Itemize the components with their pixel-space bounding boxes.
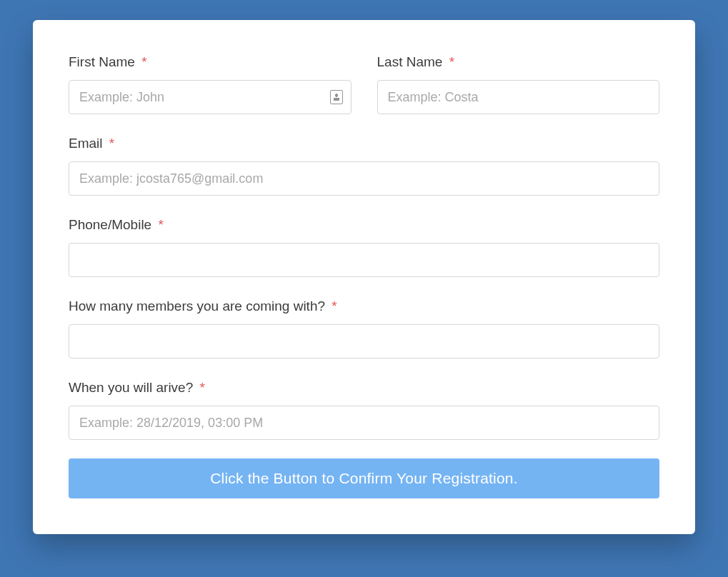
phone-label-text: Phone/Mobile (69, 217, 151, 232)
members-field: How many members you are coming with? * (69, 298, 659, 358)
required-asterisk: * (449, 54, 454, 69)
members-label-text: How many members you are coming with? (69, 298, 325, 313)
last-name-input[interactable] (377, 80, 660, 114)
first-name-input-wrap (69, 80, 351, 114)
phone-input[interactable] (69, 243, 659, 277)
first-name-field: First Name * (69, 54, 351, 114)
first-name-input[interactable] (69, 80, 351, 114)
required-asterisk: * (141, 54, 146, 69)
last-name-field: Last Name * (377, 54, 660, 117)
name-row: First Name * Last Name * (69, 54, 659, 136)
members-label: How many members you are coming with? * (69, 298, 659, 314)
email-label: Email * (69, 136, 659, 151)
required-asterisk: * (331, 298, 336, 313)
required-asterisk: * (158, 217, 163, 232)
email-input[interactable] (69, 161, 659, 196)
last-name-label-text: Last Name (377, 54, 443, 69)
members-input-wrap (69, 324, 659, 358)
first-name-label-text: First Name (69, 54, 135, 69)
phone-field: Phone/Mobile * (69, 217, 659, 277)
required-asterisk: * (109, 136, 114, 151)
arrival-input[interactable] (69, 406, 659, 440)
registration-card: First Name * Last Name * Email * (33, 20, 695, 534)
email-label-text: Email (69, 136, 103, 151)
arrival-label: When you will arive? * (69, 380, 659, 396)
phone-input-wrap (69, 243, 659, 277)
arrival-field: When you will arive? * (69, 380, 659, 440)
confirm-registration-button[interactable]: Click the Button to Confirm Your Registr… (69, 458, 659, 498)
arrival-input-wrap (69, 406, 659, 440)
required-asterisk: * (200, 380, 205, 395)
last-name-label: Last Name * (377, 54, 660, 70)
email-field: Email * (69, 136, 659, 196)
last-name-input-wrap (377, 80, 660, 114)
members-input[interactable] (69, 324, 659, 358)
contacts-icon[interactable] (330, 90, 343, 104)
first-name-label: First Name * (69, 54, 351, 70)
arrival-label-text: When you will arive? (69, 380, 193, 395)
phone-label: Phone/Mobile * (69, 217, 659, 233)
email-input-wrap (69, 161, 659, 196)
